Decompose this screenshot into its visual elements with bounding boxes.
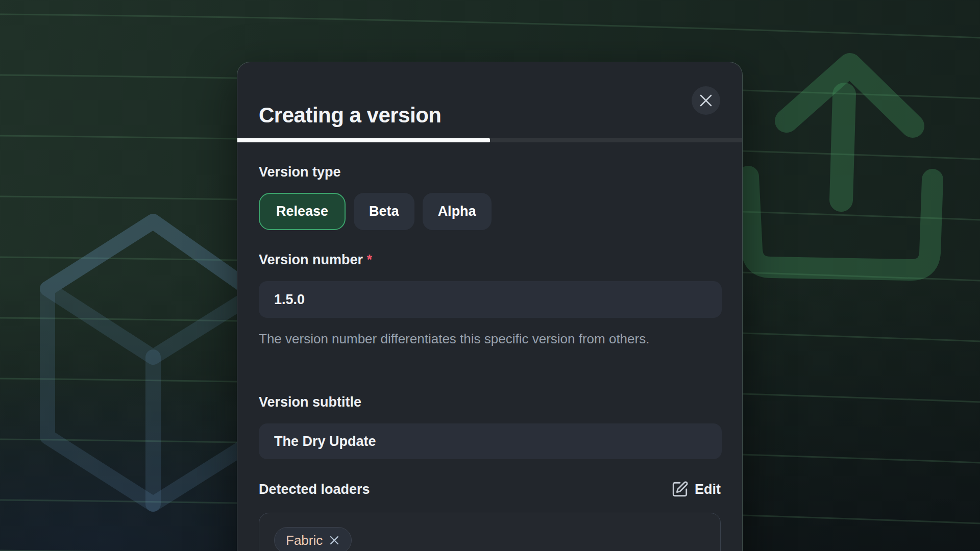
edit-pencil-icon [671,481,689,498]
version-type-options: Release Beta Alpha [259,193,492,230]
edit-loaders-button[interactable]: Edit [671,481,721,498]
detected-loaders-label: Detected loaders [259,481,370,498]
version-type-beta-button[interactable]: Beta [354,193,414,230]
required-asterisk: * [367,252,373,267]
version-number-label-text: Version number [259,252,363,267]
version-number-input[interactable] [259,281,722,318]
loader-chip-fabric: Fabric [274,527,352,551]
detected-loaders-row: Detected loaders Edit [259,480,721,499]
close-icon [699,94,713,107]
version-subtitle-label: Version subtitle [259,393,361,411]
remove-loader-button[interactable] [329,535,340,546]
remove-x-icon [329,535,340,546]
version-subtitle-input[interactable] [259,423,722,459]
progress-bar-track [237,138,742,142]
close-button[interactable] [692,86,720,115]
version-number-label: Version number * [259,251,372,268]
version-type-release-button[interactable]: Release [259,193,346,230]
progress-bar-fill [237,138,490,142]
loader-chip-label: Fabric [286,533,323,548]
version-number-help-text: The version number differentiates this s… [259,328,649,350]
detected-loaders-box: Fabric [259,513,721,551]
creating-version-modal: Creating a version Version type Release … [237,62,743,551]
modal-title: Creating a version [259,102,441,129]
app-background: Creating a version Version type Release … [0,0,980,551]
edit-button-label: Edit [695,482,721,497]
version-type-label: Version type [259,163,341,181]
version-type-alpha-button[interactable]: Alpha [423,193,492,230]
